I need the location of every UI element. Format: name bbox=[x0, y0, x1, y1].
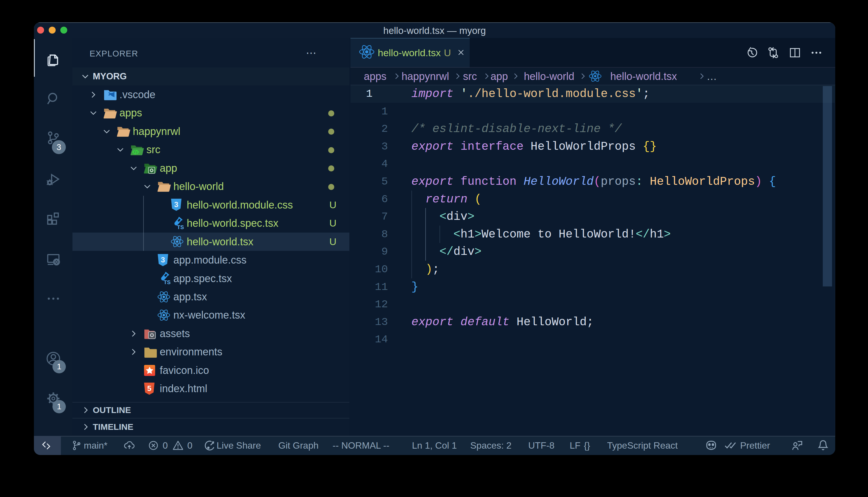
svg-text:3: 3 bbox=[174, 200, 178, 209]
svg-text:5: 5 bbox=[147, 384, 151, 393]
svg-text:TS: TS bbox=[177, 224, 184, 230]
svg-text:TS: TS bbox=[164, 280, 171, 286]
svg-text:3: 3 bbox=[161, 255, 165, 264]
